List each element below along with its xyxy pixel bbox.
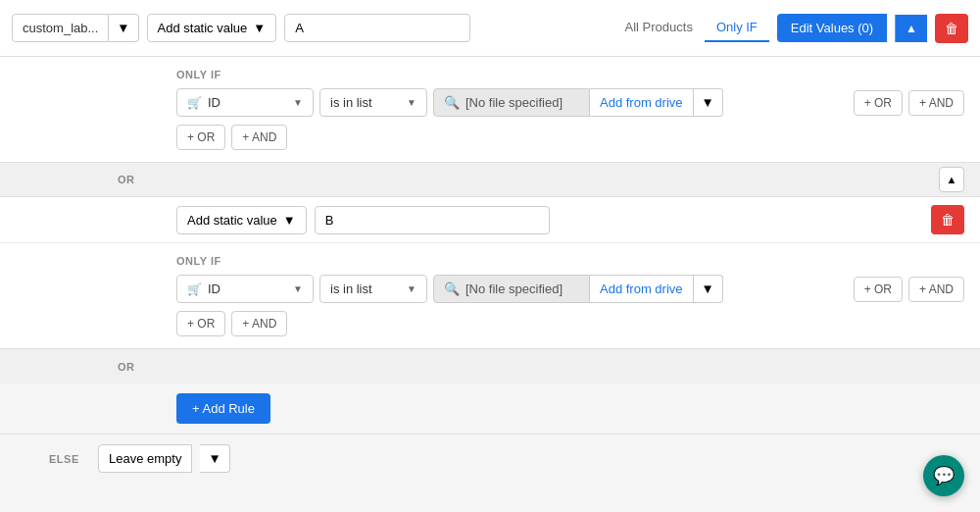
chevron-down-icon: ▼ [117,21,129,35]
leave-empty-dropdown-btn[interactable]: ▼ [200,444,229,473]
else-row: ELSE Leave empty ▼ [0,434,980,483]
field-label-1: ID [208,95,220,110]
chevron-down-icon: ▼ [293,283,303,294]
operator-select-2[interactable]: is in list ▼ [319,275,427,303]
file-search-label-1: [No file specified] [466,95,563,110]
or-separator-row-1: OR ▲ [0,162,980,197]
chevron-collapse-btn: ▲ [939,167,964,192]
or-btn-1[interactable]: + OR [176,125,225,150]
chevron-down-icon: ▼ [407,283,416,294]
trash-icon: 🗑 [941,212,955,228]
right-or-btn-1[interactable]: + OR [854,90,903,116]
field-select-1[interactable]: 🛒 ID ▼ [176,88,314,117]
or-btn-2[interactable]: + OR [176,311,225,336]
add-from-drive-btn-2[interactable]: Add from drive [590,275,694,303]
condition-row-2: 🛒 ID ▼ is in list ▼ 🔍 [No file specified… [176,275,964,303]
leave-empty-label: Leave empty [109,451,181,466]
add-from-drive-btn-1[interactable]: Add from drive [590,88,694,117]
search-icon: 🔍 [444,95,460,110]
add-rule-button[interactable]: + Add Rule [176,393,270,424]
and-btn-1[interactable]: + AND [231,125,287,150]
chat-bubble-button[interactable]: 💬 [923,455,964,496]
rule-block-2: ONLY IF 🛒 ID ▼ is in list ▼ 🔍 [No file s… [0,243,980,348]
add-static-value-btn[interactable]: Add static value ▼ [147,14,277,42]
chevron-down-icon: ▼ [407,97,416,108]
operator-select-1[interactable]: is in list ▼ [319,88,427,117]
edit-values-button[interactable]: Edit Values (0) [777,14,887,42]
static-value-label-2: Add static value [187,213,277,228]
value-a-input[interactable] [284,14,470,42]
custom-label-dropdown[interactable]: ▼ [109,14,138,42]
else-label: ELSE [49,453,79,465]
tab-all-products[interactable]: All Products [613,14,705,42]
only-if-label-1: ONLY IF [176,69,964,80]
custom-label-container: custom_lab... ▼ [12,14,139,42]
chevron-down-icon: ▼ [702,282,714,296]
delete-rule-button[interactable]: 🗑 [935,14,968,43]
rule-block-2-header: Add static value ▼ 🗑 [0,197,980,243]
cart-icon: 🛒 [187,96,202,110]
file-search-btn-1[interactable]: 🔍 [No file specified] [433,88,590,117]
value-b-input[interactable] [315,206,550,234]
or-and-buttons-1: + OR + AND [176,125,964,150]
file-search-label-2: [No file specified] [466,282,563,296]
custom-label-display: custom_lab... [12,14,109,42]
chevron-down-icon: ▼ [283,213,296,228]
condition-row-1: 🛒 ID ▼ is in list ▼ 🔍 [No file specified… [176,88,964,117]
file-input-group-2: 🔍 [No file specified] Add from drive ▼ [433,275,723,303]
or-separator-row-2: OR [0,348,980,384]
or-separator-label-1: OR [118,174,135,185]
right-or-and-2: + OR + AND [729,277,964,302]
delete-rule-2-button[interactable]: 🗑 [931,205,964,234]
chevron-down-icon: ▼ [208,451,220,466]
add-static-value-btn-2[interactable]: Add static value ▼ [176,206,307,234]
drive-dropdown-btn-1[interactable]: ▼ [694,88,723,117]
operator-label-2: is in list [330,282,372,296]
leave-empty-btn[interactable]: Leave empty [98,444,192,473]
operator-label-1: is in list [330,95,372,110]
or-and-buttons-2: + OR + AND [176,311,964,336]
trash-icon: 🗑 [945,21,958,36]
right-and-btn-1[interactable]: + AND [908,90,964,116]
chevron-down-icon: ▼ [293,97,303,108]
field-label-2: ID [208,282,220,296]
tab-group: All Products Only IF [613,14,769,42]
drive-dropdown-btn-2[interactable]: ▼ [694,275,723,303]
collapse-button[interactable]: ▲ [939,167,964,192]
only-if-label-2: ONLY IF [176,255,964,267]
right-or-btn-2[interactable]: + OR [854,277,903,302]
or-separator-label-2: OR [118,361,135,373]
cart-icon: 🛒 [187,282,202,296]
field-select-2[interactable]: 🛒 ID ▼ [176,275,314,303]
top-bar: custom_lab... ▼ Add static value ▼ All P… [0,0,980,57]
static-value-label: Add static value [158,21,248,35]
right-and-btn-2[interactable]: + AND [908,277,964,302]
tab-only-if[interactable]: Only IF [705,14,769,42]
chevron-down-icon: ▼ [702,95,714,110]
right-or-and-1: + OR + AND [729,90,964,116]
search-icon: 🔍 [444,282,460,296]
chevron-down-icon: ▼ [253,21,266,35]
file-search-btn-2[interactable]: 🔍 [No file specified] [433,275,590,303]
chevron-up-button[interactable]: ▲ [895,15,927,42]
file-input-group-1: 🔍 [No file specified] Add from drive ▼ [433,88,723,117]
rule-block-1: ONLY IF 🛒 ID ▼ is in list ▼ 🔍 [No file s… [0,57,980,162]
add-rule-row: + Add Rule [0,384,980,434]
chat-icon: 💬 [933,465,955,486]
and-btn-2[interactable]: + AND [231,311,287,336]
